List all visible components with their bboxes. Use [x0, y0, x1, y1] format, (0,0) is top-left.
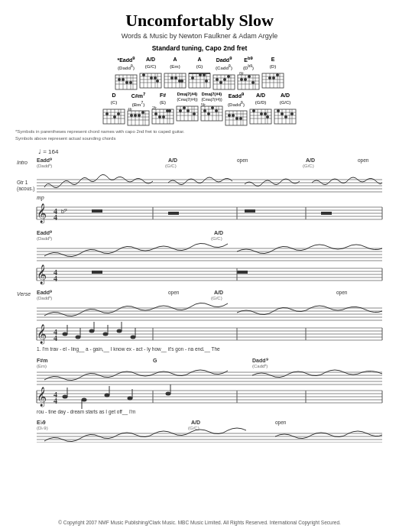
- svg-point-50: [199, 73, 202, 76]
- svg-point-24: [154, 76, 157, 79]
- svg-rect-254: [237, 271, 248, 274]
- chord-diagram-svg: [115, 72, 138, 90]
- chord-dadd9: Dadd9(Cadd9): [212, 56, 235, 90]
- svg-point-91: [276, 73, 279, 76]
- svg-point-156: [203, 109, 206, 112]
- score-svg: ♩ = 164 Intro Eadd⁹ (Dadd⁹) A/D (G/C) op…: [15, 144, 384, 443]
- chord-e: E(D): [261, 56, 284, 90]
- svg-text:1. I'm  trav - el - ling__ a -: 1. I'm trav - el - ling__ a - gain,__ I …: [37, 346, 220, 352]
- chord-diagram-svg4: [188, 70, 211, 89]
- svg-point-169: [228, 114, 231, 117]
- svg-point-63: [219, 81, 222, 84]
- svg-point-51: [203, 73, 206, 76]
- chord-fsharp: F#(E) 2fr: [151, 92, 174, 126]
- svg-text:Gtr 1: Gtr 1: [17, 180, 28, 185]
- svg-text:open: open: [358, 157, 369, 164]
- svg-point-196: [281, 112, 284, 115]
- notes-symbols: *Symbols in parentheses represent chord …: [15, 128, 384, 141]
- svg-text:F#m: F#m: [37, 358, 47, 363]
- svg-point-36: [174, 76, 177, 79]
- svg-text:4: 4: [54, 334, 57, 342]
- svg-text:(Dadd⁹): (Dadd⁹): [37, 236, 52, 241]
- svg-point-25: [156, 79, 159, 83]
- svg-point-285: [76, 336, 81, 339]
- svg-point-101: [105, 112, 109, 115]
- svg-text:rou - tine  day - dream  start: rou - tine day - dream starts as I get o…: [37, 409, 135, 415]
- svg-point-79: [251, 81, 255, 84]
- svg-text:(Em): (Em): [37, 364, 47, 368]
- svg-text:E♭9: E♭9: [37, 420, 46, 425]
- svg-point-283: [63, 332, 68, 336]
- chord-a-d-3: A/D(G/C): [274, 92, 297, 126]
- svg-text:open: open: [237, 157, 248, 164]
- svg-text:6fr: 6fr: [239, 72, 244, 76]
- svg-point-183: [264, 112, 267, 115]
- svg-text:A/D: A/D: [214, 230, 223, 235]
- svg-point-159: [215, 109, 218, 112]
- svg-point-102: [117, 112, 120, 115]
- chord-dmaj7: Dmaj7(#4)(Cmaj7(#4)): [176, 92, 199, 126]
- svg-point-323: [105, 394, 110, 397]
- svg-point-144: [187, 109, 190, 112]
- music-score: ♩ = 164 Intro Eadd⁹ (Dadd⁹) A/D (G/C) op…: [15, 144, 384, 516]
- svg-point-289: [103, 332, 109, 336]
- svg-text:(Cadd⁹): (Cadd⁹): [252, 364, 268, 368]
- svg-text:A/D: A/D: [306, 157, 315, 163]
- svg-text:5fr: 5fr: [201, 103, 206, 107]
- svg-text:(acous.): (acous.): [17, 186, 34, 192]
- svg-text:Eadd⁹: Eadd⁹: [37, 157, 52, 163]
- svg-point-38: [180, 79, 183, 83]
- chord-d-c: D(C): [102, 92, 125, 126]
- svg-point-117: [141, 111, 144, 114]
- svg-rect-228: [168, 212, 179, 215]
- chord-eadd9-2: Eadd9(Dadd9): [225, 92, 248, 126]
- svg-rect-230: [321, 212, 332, 215]
- svg-point-321: [82, 398, 87, 402]
- svg-text:𝄞: 𝄞: [37, 387, 47, 407]
- svg-point-130: [162, 115, 165, 118]
- chord-c-sharp-m7: C#m7(Bm7) 4fr: [127, 92, 150, 126]
- svg-text:4: 4: [54, 213, 57, 222]
- svg-text:(G/C): (G/C): [211, 236, 222, 241]
- svg-point-170: [232, 114, 235, 117]
- chord-row-1: *Eadd9(Dadd9) A/D(G/C): [115, 56, 284, 90]
- svg-text:A/D: A/D: [191, 420, 200, 425]
- svg-text:open: open: [168, 290, 180, 296]
- chord-diagram-svg6: 6fr: [237, 72, 260, 90]
- svg-point-23: [150, 76, 153, 79]
- svg-text:♩ = 164: ♩ = 164: [38, 148, 59, 155]
- svg-point-52: [205, 79, 208, 83]
- chord-a-d: A/D(G/C): [139, 56, 162, 90]
- svg-point-157: [207, 112, 210, 115]
- svg-text:4: 4: [54, 274, 57, 283]
- svg-text:𝄢: 𝄢: [63, 208, 67, 215]
- svg-point-11: [125, 81, 128, 84]
- svg-point-49: [191, 76, 194, 79]
- copyright-text: © Copyright 2007 NMF Music Publishing/Cl…: [58, 519, 341, 526]
- svg-point-78: [248, 75, 251, 78]
- svg-text:(D♭9): (D♭9): [37, 426, 48, 430]
- svg-text:open: open: [336, 290, 348, 296]
- svg-text:𝄞: 𝄞: [37, 264, 47, 285]
- chord-row-2: D(C) C#m7(Bm7): [102, 92, 297, 126]
- svg-point-103: [113, 115, 116, 118]
- svg-point-64: [223, 78, 226, 81]
- svg-point-142: [179, 109, 182, 112]
- svg-text:Dadd⁹: Dadd⁹: [252, 358, 268, 363]
- svg-point-132: [168, 109, 171, 112]
- svg-rect-104: [128, 111, 149, 125]
- svg-text:(Dadd⁹): (Dadd⁹): [37, 296, 52, 300]
- svg-point-143: [183, 106, 186, 109]
- svg-rect-53: [213, 75, 235, 89]
- svg-text:G: G: [153, 358, 157, 363]
- subtitle: Words & Music by Newton Faulkner & Adam …: [122, 32, 277, 40]
- svg-point-62: [216, 78, 219, 81]
- svg-point-10: [122, 78, 125, 81]
- svg-point-195: [277, 109, 280, 112]
- svg-text:mp: mp: [37, 194, 44, 201]
- chord-eb9: Eb9(Db9) 6fr: [237, 56, 260, 90]
- svg-point-35: [170, 76, 174, 79]
- svg-point-145: [193, 112, 196, 115]
- svg-rect-229: [245, 209, 255, 212]
- chord-am-em: A(Em): [164, 56, 187, 90]
